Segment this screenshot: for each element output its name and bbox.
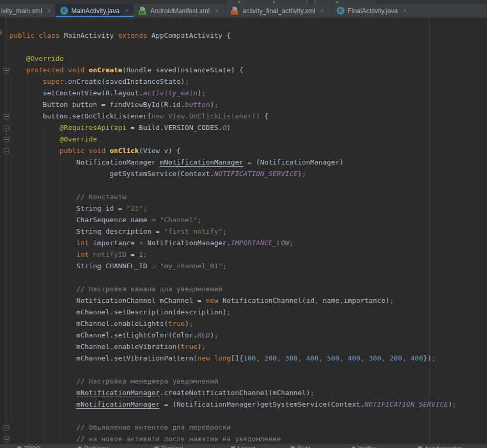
code-line[interactable]: public class MainActivity extends AppCom…	[9, 30, 231, 41]
code-line[interactable]: String CHANNEL_ID = "my_channel_01";	[76, 260, 227, 272]
editor-tab-bar: ivity_main.xml × C MainActivity.java × M…	[0, 4, 487, 17]
right-margin-guide	[429, 17, 430, 444]
gutter-artifact	[0, 30, 2, 35]
code-line[interactable]: setContentView(R.layout.activity_main);	[43, 88, 206, 99]
close-icon[interactable]: ×	[48, 8, 51, 14]
code-line[interactable]: mNotificationManager = (NotificationMana…	[76, 399, 457, 410]
code-token: button.setOnClickListener(	[43, 112, 151, 120]
code-line[interactable]: mChannel.setLightColor(Color.RED);	[76, 330, 218, 341]
toolwindow-button-label: TODO	[24, 445, 41, 448]
code-line[interactable]: mNotificationManager.createNotificationC…	[76, 387, 315, 399]
code-token: ;	[214, 331, 218, 339]
code-token: 400	[411, 354, 423, 362]
code-line[interactable]: // на новое активити после нажатия на ув…	[76, 433, 281, 444]
code-token: ;	[227, 308, 231, 316]
code-token: mNotificationManager	[76, 389, 160, 397]
code-token: protected void	[26, 66, 89, 74]
code-line[interactable]: CharSequence name = "Channel";	[76, 214, 202, 226]
code-line[interactable]: int importance = NotificationManager.IMP…	[76, 237, 294, 249]
code-line[interactable]: // Настройка менеджера уведомлений	[76, 376, 218, 387]
tab-mainactivity-java[interactable]: C MainActivity.java ×	[56, 4, 134, 17]
code-token: ;	[185, 78, 189, 85]
fold-marker-icon[interactable]	[3, 136, 9, 143]
tab-label: AndroidManifest.xml	[150, 7, 209, 15]
code-token: NotificationChannel(id	[223, 297, 315, 304]
toolwindow-button-app-inspection[interactable]: App Inspection	[418, 445, 463, 448]
toolwindow-button-todo[interactable]: TODO	[17, 445, 41, 448]
code-token: name	[318, 297, 339, 304]
close-icon[interactable]: ×	[125, 8, 128, 14]
code-line[interactable]: @RequiresApi(api = Build.VERSION_CODES.O…	[60, 122, 231, 134]
code-token: int	[76, 239, 93, 247]
toolwindow-button-profiler[interactable]: Profiler	[351, 445, 377, 448]
fold-marker-icon[interactable]	[3, 125, 9, 132]
tab-finalacttivity-java[interactable]: C FinalActtivity.java ×	[332, 4, 414, 17]
code-token: (View v) {	[139, 147, 181, 155]
code-line[interactable]: // Константы	[76, 191, 127, 203]
tab-activity-final-acttivity-xml[interactable]: activity_final_acttivity.xml ×	[226, 4, 332, 17]
code-token: new long	[197, 354, 231, 362]
code-line[interactable]: @Override	[60, 134, 97, 145]
tab-androidmanifest-xml[interactable]: MF AndroidManifest.xml ×	[134, 4, 226, 17]
code-token: notifyID	[93, 250, 127, 258]
code-token: ;	[143, 204, 147, 212]
tab-label: FinalActtivity.java	[348, 7, 398, 15]
code-token: int	[76, 250, 93, 258]
code-line[interactable]: mChannel.enableLights(true);	[76, 318, 193, 330]
device-selector-box[interactable]	[314, 0, 374, 4]
code-line[interactable]: public void onClick(View v) {	[60, 145, 181, 157]
close-icon[interactable]: ×	[320, 8, 324, 14]
fold-marker-icon[interactable]	[3, 67, 9, 74]
code-token: 200	[390, 354, 402, 362]
code-token	[385, 354, 390, 362]
code-line[interactable]: NotificationChannel mChannel = new Notif…	[76, 295, 394, 307]
code-line[interactable]: String id = "23";	[76, 203, 148, 214]
code-token: new View.OnClickListener()	[151, 112, 260, 120]
toolwindow-button-build[interactable]: Build	[291, 445, 310, 448]
toolwindow-button-label: Build	[297, 445, 310, 448]
code-token	[281, 354, 285, 362]
code-token: CharSequence name =	[76, 216, 160, 224]
code-token: // Константы	[76, 193, 127, 201]
toolwindow-button-problems[interactable]: Problems	[78, 445, 108, 448]
code-line[interactable]: mChannel.setDescription(description);	[76, 307, 231, 318]
fold-marker-icon[interactable]	[3, 113, 9, 120]
code-line[interactable]: String description = "first notify";	[76, 226, 227, 237]
code-token: mChannel.enableLights(	[76, 320, 169, 327]
code-line[interactable]: // Настройка канала для уведомлений	[76, 283, 223, 295]
code-token: activity_main	[143, 89, 197, 97]
fold-gutter	[0, 17, 6, 444]
toolwindow-button-terminal[interactable]: Terminal	[154, 445, 183, 448]
code-line[interactable]: mChannel.setVibrationPattern(new long[]{…	[76, 353, 436, 364]
code-line[interactable]: @Override	[26, 53, 64, 64]
code-line[interactable]: int notifyID = 1;	[76, 249, 148, 260]
fold-marker-icon[interactable]	[3, 148, 9, 155]
toolwindow-button-label: Terminal	[161, 445, 183, 448]
code-token: public void	[60, 147, 110, 155]
code-line[interactable]: button.setOnClickListener(new View.OnCli…	[43, 111, 269, 122]
code-token	[260, 354, 264, 362]
code-line[interactable]: NotificationManager mNotificationManager…	[76, 157, 344, 168]
fold-marker-icon[interactable]	[3, 436, 9, 443]
close-icon[interactable]: ×	[215, 8, 218, 14]
code-token: getSystemService(Context.	[110, 170, 214, 178]
code-token: mNotificationManager	[76, 400, 160, 408]
close-icon[interactable]: ×	[403, 8, 407, 14]
code-line[interactable]: mChannel.enableVibration(true);	[76, 341, 206, 353]
fold-gutter-line	[6, 17, 6, 444]
code-token: ,	[277, 354, 281, 362]
fold-marker-icon[interactable]	[3, 424, 9, 431]
code-line[interactable]: super.onCreate(savedInstanceState);	[43, 76, 189, 88]
code-line[interactable]: Button button = findViewById(R.id.button…	[43, 99, 218, 111]
tab-activity-main-xml[interactable]: ivity_main.xml ×	[0, 4, 56, 17]
code-token: ,	[298, 354, 302, 362]
editor[interactable]: public class MainActivity extends AppCom…	[0, 17, 487, 444]
tab-label: activity_final_acttivity.xml	[242, 7, 315, 15]
code-token: "23"	[126, 204, 143, 212]
toolwindow-button-label: Problems	[84, 445, 108, 448]
code-token: mNotificationManager	[160, 158, 244, 166]
toolwindow-button-logcat[interactable]: Logcat	[231, 445, 255, 448]
code-line[interactable]: protected void onCreate(Bundle savedInst…	[26, 64, 244, 76]
code-line[interactable]: getSystemService(Context.NOTIFICATION_SE…	[110, 168, 306, 180]
code-line[interactable]: // Обьявление интентов для переброски	[76, 422, 231, 433]
